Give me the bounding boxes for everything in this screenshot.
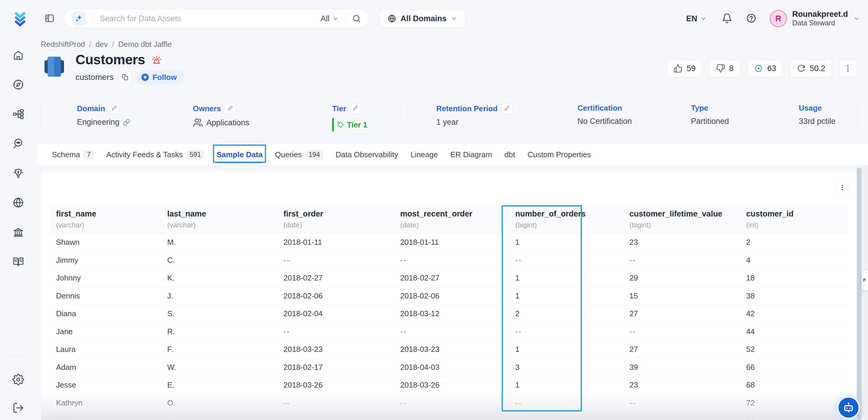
breadcrumb-item[interactable]: Demo dbt Jaffle [118, 40, 172, 49]
sidebar-item-glossary[interactable] [12, 256, 25, 268]
tab-data-observability[interactable]: Data Observability [336, 144, 398, 165]
table-row: JesseE.2018-03-262018-03-2612368 [50, 376, 847, 394]
sidebar-item-discover[interactable] [12, 138, 25, 150]
tab-dbt[interactable]: dbt [504, 144, 515, 165]
search-scope-dropdown[interactable]: All [320, 14, 339, 23]
meta-domain: DomainEngineering [41, 98, 157, 133]
asset-options-button[interactable] [839, 60, 857, 77]
sidebar-item-web[interactable] [12, 197, 25, 209]
sidebar-item-insights[interactable] [12, 167, 25, 180]
meta-usage: Usage33rd pctile [763, 98, 857, 133]
settings-icon [12, 382, 24, 386]
sidebar-item-home[interactable] [12, 49, 25, 62]
popularity-score-button[interactable]: 50.2 [790, 60, 832, 77]
follow-button[interactable]: Follow [136, 70, 184, 84]
tab-schema[interactable]: Schema7 [52, 144, 94, 165]
topbar-right: EN R Rounakpreet.d Data Steward [684, 10, 860, 27]
scrollbar-thumb[interactable] [857, 168, 862, 420]
tab-queries[interactable]: Queries194 [275, 144, 323, 165]
breadcrumb-item[interactable]: RedshiftProd [41, 40, 85, 49]
table-cell: -- [278, 412, 394, 420]
help-icon[interactable] [746, 13, 757, 24]
table-cell: -- [623, 323, 740, 341]
compass-icon [12, 87, 24, 91]
meta-label-retention-period: Retention Period [436, 104, 498, 113]
side-panel-handle[interactable] [862, 270, 868, 290]
all-domains-dropdown[interactable]: All Domains [380, 9, 465, 28]
tier-value: Tier 1 [347, 120, 367, 129]
user-menu[interactable]: R Rounakpreet.d Data Steward [770, 10, 860, 27]
table-cell: 74 [740, 412, 847, 420]
edit-domain-button[interactable] [108, 103, 120, 114]
language-dropdown[interactable]: EN [684, 14, 708, 24]
meta-type: TypePartitioned [655, 98, 763, 133]
table-options-button[interactable] [836, 179, 849, 196]
search-input[interactable] [99, 14, 320, 24]
alert-announcement-icon[interactable] [151, 54, 162, 65]
asset-stats: 5986350.2 [667, 60, 857, 77]
chatbot-button[interactable] [838, 398, 859, 418]
search-icon[interactable] [352, 14, 361, 23]
sample-data-table: first_name(varchar)last_name(varchar)fir… [50, 205, 847, 420]
table-cell: 66 [740, 358, 847, 376]
scrollbar-track [862, 165, 868, 420]
announcements-button[interactable]: 63 [747, 60, 783, 77]
table-cell: O. [161, 394, 278, 412]
table-cell: 2018-03-26 [394, 376, 509, 394]
pen-flag-icon [863, 278, 867, 282]
meta-label-domain: Domain [77, 104, 105, 113]
notifications-bell-icon[interactable] [721, 13, 733, 24]
table-row: JimmyC.--------4 [50, 251, 847, 269]
column-header-last_name: last_name(varchar) [161, 205, 278, 234]
table-cell: 2 [740, 234, 847, 251]
tab-count-badge: 7 [84, 150, 94, 159]
tab-activity-feeds-tasks[interactable]: Activity Feeds & Tasks591 [106, 144, 204, 165]
upvotes-button[interactable]: 59 [667, 60, 702, 77]
table-cell: Laura [50, 341, 161, 359]
table-row: JaneR.--------44 [50, 323, 847, 341]
copy-name-button[interactable] [119, 71, 131, 84]
table-cell: A. [161, 412, 278, 420]
meta-owners: OwnersApplications [157, 98, 297, 133]
tab-bar: Schema7Activity Feeds & Tasks591Sample D… [37, 144, 868, 165]
pencil-icon [112, 106, 117, 112]
table-cell: Jesse [50, 376, 161, 394]
sidebar-item-governance[interactable] [12, 226, 25, 239]
asset-header: Customers customers Follow 5986350.2 [41, 53, 857, 83]
meta-value-domain[interactable]: Engineering [77, 118, 119, 127]
chevron-down-icon [700, 16, 707, 22]
tab-sample-data[interactable]: Sample Data [216, 144, 262, 165]
sidebar-toggle-button[interactable] [44, 13, 56, 25]
page: All All Domains EN R [0, 0, 868, 420]
table-cell: 3 [509, 358, 623, 376]
table-row: JohnnyK.2018-02-272018-02-2712918 [50, 269, 847, 287]
downvotes-button[interactable]: 8 [709, 60, 740, 77]
table-cell: 18 [740, 269, 847, 287]
tab-lineage[interactable]: Lineage [410, 144, 438, 165]
edit-owners-button[interactable] [224, 103, 236, 114]
global-search-bar[interactable]: All [64, 9, 369, 28]
tab-custom-properties[interactable]: Custom Properties [527, 144, 591, 165]
table-cell: J. [161, 287, 278, 305]
table-row: AdamW.2018-02-172018-04-0333966 [50, 358, 847, 376]
breadcrumb-item[interactable]: dev [96, 40, 108, 49]
atlan-logo-icon[interactable] [12, 10, 28, 27]
table-cell: -- [623, 251, 740, 269]
announcements-value: 63 [767, 64, 776, 73]
tab-label: Custom Properties [527, 150, 591, 159]
popularity-score-value: 50.2 [810, 64, 825, 73]
tab-er-diagram[interactable]: ER Diagram [451, 144, 492, 165]
sidebar-item-logout[interactable] [12, 402, 25, 415]
sidebar-item-lineage[interactable] [12, 108, 25, 121]
breadcrumb: RedshiftProd/dev/Demo dbt Jaffle [41, 39, 868, 49]
sidebar-item-compass[interactable] [12, 79, 25, 91]
edit-tier-button[interactable] [350, 103, 361, 114]
edit-retention-period-button[interactable] [501, 103, 512, 114]
table-cell: -- [394, 394, 509, 412]
tab-label: Queries [275, 150, 302, 159]
ai-sparkle-icon[interactable] [72, 11, 86, 26]
table-cell: 1 [509, 287, 623, 305]
table-cell: 39 [623, 358, 740, 376]
sidebar-item-settings[interactable] [12, 373, 25, 386]
table-cell: 1 [509, 269, 623, 287]
